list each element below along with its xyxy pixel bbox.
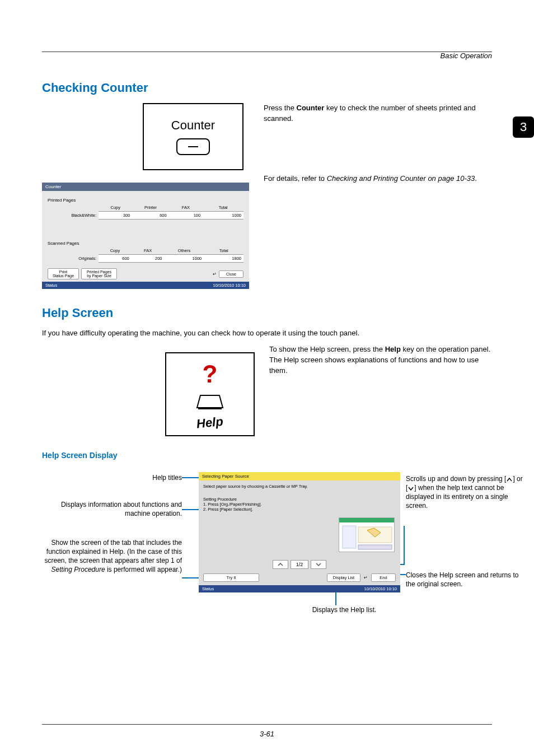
chapter-tab: 3: [513, 116, 534, 138]
status-datetime: 10/10/2010 10:10: [213, 283, 246, 288]
printed-pages-by-size-button[interactable]: Printed Pages by Paper Size: [81, 268, 117, 279]
help-screen-title: Help Screen: [42, 306, 492, 320]
end-button[interactable]: End: [371, 573, 396, 582]
counter-key-box: Counter: [143, 103, 243, 170]
help-screenshot: Selecting Paper Source Select paper sour…: [199, 472, 400, 592]
help-panel-text: Select paper source by choosing a Casset…: [203, 484, 396, 489]
help-intro: If you have difficulty operating the mac…: [42, 328, 492, 339]
enter-icon: ↵: [364, 575, 368, 580]
question-mark-icon: ?: [203, 360, 218, 388]
help-panel-title: Selecting Paper Source: [199, 472, 400, 480]
help-key-box: ? Help: [165, 352, 255, 436]
page-number: 3-61: [0, 730, 534, 738]
counter-para1: Press the Counter key to check the numbe…: [264, 103, 492, 124]
help-para: To show the Help screen, press the Help …: [269, 344, 492, 376]
counter-para2: For details, refer to Checking and Print…: [264, 174, 492, 184]
counter-key-icon: [176, 138, 210, 155]
svg-marker-0: [197, 395, 223, 408]
help-panel-procedure: Setting Procedure 1. Press [Org./Paper/F…: [203, 497, 396, 512]
counter-screenshot: Counter Printed Pages Copy Printer FAX T…: [42, 183, 249, 289]
pager-label: 1/2: [291, 560, 308, 569]
help-status-datetime: 10/10/2010 10:10: [364, 586, 397, 591]
callout-close: Closes the Help screen and returns to th…: [406, 571, 523, 589]
page-up-button[interactable]: [273, 560, 288, 569]
enter-icon: ↵: [213, 272, 217, 277]
help-status-label: Status: [202, 586, 214, 591]
scanned-pages-label: Scanned Pages: [48, 241, 243, 246]
svg-rect-2: [343, 526, 356, 548]
header-rule: [42, 52, 492, 52]
callout-tab: Show the screen of the tab that includes…: [42, 538, 182, 575]
page-down-button[interactable]: [311, 560, 326, 569]
printed-pages-label: Printed Pages: [48, 198, 243, 203]
callout-displays-info: Displays information about functions and…: [42, 500, 182, 518]
callout-scroll: Scrolls up and down by pressing [] or []…: [406, 474, 523, 511]
try-it-button[interactable]: Try It: [203, 573, 259, 582]
counter-panel-title: Counter: [42, 183, 249, 191]
footer-rule: [42, 724, 492, 725]
callout-help-titles: Help titles: [42, 473, 182, 482]
checking-counter-title: Checking Counter: [42, 81, 492, 95]
svg-rect-4: [358, 545, 392, 549]
help-screen-display-title: Help Screen Display: [42, 451, 492, 460]
help-key-shape-icon: [196, 393, 224, 411]
help-thumbnail: [339, 517, 395, 552]
display-list-button[interactable]: Display List: [327, 573, 360, 582]
printed-pages-table: Copy Printer FAX Total Black&White: 300 …: [48, 204, 243, 220]
scanned-pages-table: Copy FAX Others Total Originals: 600 200…: [48, 247, 243, 263]
help-key-label: Help: [196, 414, 224, 432]
status-label: Status: [45, 283, 57, 288]
counter-key-label: Counter: [171, 118, 215, 133]
callout-display-list: Displays the Help list.: [288, 605, 400, 614]
print-status-page-button[interactable]: Print Status Page: [48, 268, 79, 279]
close-button[interactable]: Close: [219, 270, 243, 278]
running-head: Basic Operation: [441, 52, 493, 60]
